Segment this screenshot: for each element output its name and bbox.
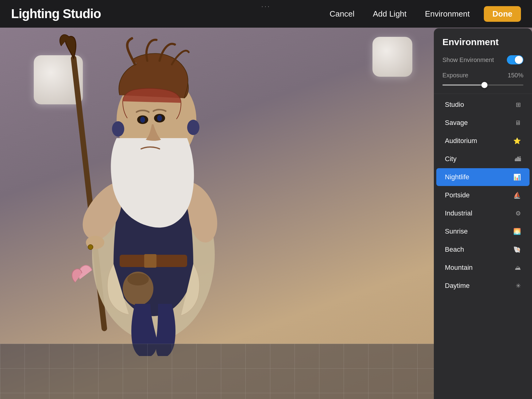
divider-top bbox=[434, 94, 532, 94]
env-item-label: City bbox=[445, 155, 457, 163]
env-item-label: Daytime bbox=[445, 282, 470, 290]
environment-button[interactable]: Environment bbox=[421, 7, 474, 21]
env-item-label: Beach bbox=[445, 246, 464, 254]
env-item-label: Nightlife bbox=[445, 173, 469, 181]
env-item-label: Industrial bbox=[445, 209, 472, 217]
env-item-icon: ⛰ bbox=[515, 264, 521, 271]
done-button[interactable]: Done bbox=[484, 6, 521, 22]
environment-panel: Environment Show Environment Exposure 15… bbox=[434, 28, 532, 399]
exposure-slider-track bbox=[442, 84, 523, 86]
env-item-label: Savage bbox=[445, 119, 468, 127]
viewport: Environment Show Environment Exposure 15… bbox=[0, 28, 532, 399]
show-environment-label: Show Environment bbox=[442, 56, 494, 64]
light-orb-right[interactable] bbox=[372, 37, 412, 77]
exposure-row: Exposure 150% bbox=[434, 69, 532, 81]
svg-point-13 bbox=[127, 273, 149, 285]
exposure-slider-thumb[interactable] bbox=[481, 82, 488, 88]
exposure-slider-fill bbox=[442, 84, 484, 86]
env-list-item[interactable]: Nightlife📊 bbox=[436, 168, 530, 186]
env-item-label: Portside bbox=[445, 191, 470, 199]
env-list-item[interactable]: Beach🐚 bbox=[436, 241, 530, 258]
env-list-item[interactable]: Auditorium⭐ bbox=[436, 132, 530, 150]
character-svg bbox=[18, 34, 282, 356]
svg-point-8 bbox=[140, 117, 145, 123]
env-list-item[interactable]: Industrial⚙ bbox=[436, 204, 530, 222]
env-item-icon: 🖥 bbox=[515, 119, 521, 126]
env-list-item[interactable]: City🏙 bbox=[436, 150, 530, 168]
env-list-item[interactable]: Mountain⛰ bbox=[436, 259, 530, 277]
add-light-button[interactable]: Add Light bbox=[368, 7, 411, 21]
env-list-item[interactable]: Savage🖥 bbox=[436, 114, 530, 132]
env-item-icon: ⛵ bbox=[513, 192, 521, 199]
svg-rect-3 bbox=[144, 254, 156, 268]
env-item-icon: 🏙 bbox=[515, 156, 521, 163]
top-bar: ··· Lighting Studio Cancel Add Light Env… bbox=[0, 0, 532, 28]
env-list-item[interactable]: Sunrise🌅 bbox=[436, 223, 530, 240]
exposure-value: 150% bbox=[508, 72, 523, 79]
svg-point-14 bbox=[88, 245, 93, 250]
env-item-label: Auditorium bbox=[445, 137, 477, 145]
env-item-icon: ✳ bbox=[516, 282, 521, 289]
environment-panel-title: Environment bbox=[434, 28, 532, 53]
svg-point-10 bbox=[112, 121, 124, 137]
app-title: Lighting Studio bbox=[11, 6, 101, 21]
env-item-icon: 🌅 bbox=[513, 228, 521, 235]
environment-list: Studio⊞Savage🖥Auditorium⭐City🏙Nightlife📊… bbox=[434, 96, 532, 295]
exposure-slider-row bbox=[434, 81, 532, 92]
env-item-label: Mountain bbox=[445, 264, 473, 272]
svg-point-9 bbox=[157, 115, 162, 121]
top-bar-actions: Cancel Add Light Environment Done bbox=[325, 6, 521, 22]
show-environment-row: Show Environment bbox=[434, 53, 532, 69]
env-item-icon: ⚙ bbox=[515, 210, 521, 217]
svg-point-11 bbox=[187, 120, 199, 135]
exposure-label: Exposure bbox=[442, 72, 468, 79]
env-item-label: Studio bbox=[445, 101, 464, 109]
env-item-icon: ⭐ bbox=[513, 137, 521, 145]
env-item-icon: 📊 bbox=[513, 173, 521, 181]
cancel-button[interactable]: Cancel bbox=[325, 7, 359, 21]
env-list-item[interactable]: Studio⊞ bbox=[436, 96, 530, 114]
three-dots-icon: ··· bbox=[261, 2, 271, 10]
env-list-item[interactable]: Daytime✳ bbox=[436, 277, 530, 295]
env-item-icon: ⊞ bbox=[516, 101, 521, 108]
show-environment-toggle[interactable] bbox=[507, 55, 523, 64]
env-list-item[interactable]: Portside⛵ bbox=[436, 186, 530, 204]
env-item-label: Sunrise bbox=[445, 227, 468, 235]
env-item-icon: 🐚 bbox=[513, 246, 521, 253]
